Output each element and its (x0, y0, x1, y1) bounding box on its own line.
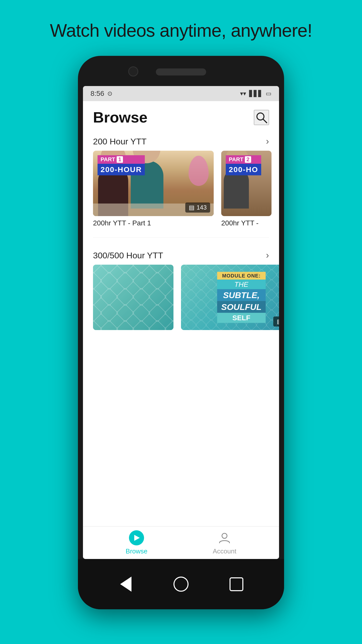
browse-icon (129, 530, 144, 545)
category-300-hour: 300/500 Hour YTT › (83, 245, 279, 333)
recents-button[interactable] (229, 577, 244, 592)
category-arrow-200[interactable]: › (266, 136, 269, 147)
teal-bg (93, 265, 173, 330)
part2-series: 200-HO (226, 164, 261, 175)
home-icon (173, 577, 189, 592)
category-header-200: 200 Hour YTT › (83, 131, 279, 151)
status-notification-icon: ⊙ (107, 90, 112, 97)
back-button[interactable] (118, 577, 133, 592)
card-label-ytt2: 200hr YTT - (221, 219, 279, 227)
part1-label: PART (101, 156, 115, 163)
app-header: Browse (83, 101, 279, 131)
card-ytt-part2[interactable]: PART 2 200-HO 200hr YTT - (221, 151, 279, 227)
nav-browse-label: Browse (126, 547, 148, 555)
part2-num: 2 (245, 156, 251, 163)
account-person-icon (218, 531, 231, 544)
cards-row-300: MODULE ONE: THE SUBTLE, SOULFUL SELF ▤ (83, 265, 279, 333)
video-count-300-2: ▤ 193 (273, 316, 279, 327)
svg-rect-7 (93, 265, 173, 330)
category-title-300: 300/500 Hour YTT (93, 251, 163, 260)
phone-camera (128, 66, 138, 76)
back-icon (120, 577, 131, 592)
card-ytt-part1[interactable]: PART 1 200-HOUR ▤ 143 (93, 151, 214, 227)
cards-row-200: PART 1 200-HOUR ▤ 143 (83, 151, 279, 227)
category-header-300: 300/500 Hour YTT › (83, 245, 279, 265)
section-divider (93, 237, 269, 237)
module-text: MODULE ONE: THE SUBTLE, SOULFUL SELF (217, 272, 266, 323)
card-thumbnail-ytt-part1: PART 1 200-HOUR ▤ 143 (93, 151, 214, 216)
part2-badge: PART 2 200-HO (226, 155, 261, 175)
count-icon-2: ▤ (277, 318, 279, 325)
app-content: Browse 200 Hour YTT › (83, 101, 279, 559)
battery-icon: ▭ (266, 90, 272, 97)
svg-line-1 (263, 119, 267, 123)
category-arrow-300[interactable]: › (266, 250, 269, 261)
phone-frame: 8:56 ⊙ ▾▾ ▋▋▋ ▭ Browse (78, 56, 284, 609)
module-the-text: THE (217, 280, 266, 289)
phone-speaker (156, 68, 206, 75)
status-bar: 8:56 ⊙ ▾▾ ▋▋▋ ▭ (83, 86, 279, 101)
card-thumbnail-ytt-part2: PART 2 200-HO (221, 151, 272, 216)
home-button[interactable] (173, 577, 189, 592)
play-circle-icon (129, 530, 144, 545)
card-thumb-300-1 (93, 265, 173, 330)
count-value: 143 (197, 204, 207, 211)
svg-point-20 (222, 533, 227, 538)
card-300-1[interactable] (93, 265, 173, 333)
card-300-2[interactable]: MODULE ONE: THE SUBTLE, SOULFUL SELF ▤ (181, 265, 279, 333)
part1-num: 1 (117, 156, 123, 163)
page-headline: Watch videos anytime, anywhere! (50, 20, 312, 41)
module-self-text: SELF (217, 313, 266, 323)
part1-series: 200-HOUR (98, 164, 145, 175)
scroll-area[interactable]: 200 Hour YTT › (83, 131, 279, 526)
phone-screen: 8:56 ⊙ ▾▾ ▋▋▋ ▭ Browse (83, 86, 279, 559)
account-icon (217, 530, 232, 545)
phone-device: 8:56 ⊙ ▾▾ ▋▋▋ ▭ Browse (78, 56, 284, 609)
bottom-nav: Browse Account (83, 526, 279, 559)
card-thumb-300-2: MODULE ONE: THE SUBTLE, SOULFUL SELF ▤ (181, 265, 279, 330)
count-icon: ▤ (189, 204, 195, 211)
part2-label: PART (229, 156, 243, 163)
diamond-svg (93, 265, 173, 330)
page-title: Browse (93, 109, 148, 126)
play-triangle-icon (134, 535, 140, 541)
module-subtle-text: SUBTLE, (217, 289, 266, 301)
phone-nav-bar (78, 559, 284, 609)
video-count-ytt1: ▤ 143 (185, 203, 210, 213)
wifi-icon: ▾▾ (240, 90, 246, 97)
search-button[interactable] (254, 110, 269, 125)
nav-item-browse[interactable]: Browse (126, 530, 148, 555)
category-title-200: 200 Hour YTT (93, 137, 147, 146)
category-200-hour: 200 Hour YTT › (83, 131, 279, 227)
card-label-ytt1: 200hr YTT - Part 1 (93, 219, 214, 227)
nav-account-label: Account (213, 547, 236, 555)
nav-item-account[interactable]: Account (213, 530, 236, 555)
status-time: 8:56 (90, 90, 104, 98)
recents-icon (230, 577, 243, 591)
module-one-label: MODULE ONE: (217, 272, 266, 280)
module-soulful-text: SOULFUL (217, 301, 266, 313)
part1-badge: PART 1 200-HOUR (98, 155, 145, 175)
signal-icon: ▋▋▋ (249, 90, 263, 97)
